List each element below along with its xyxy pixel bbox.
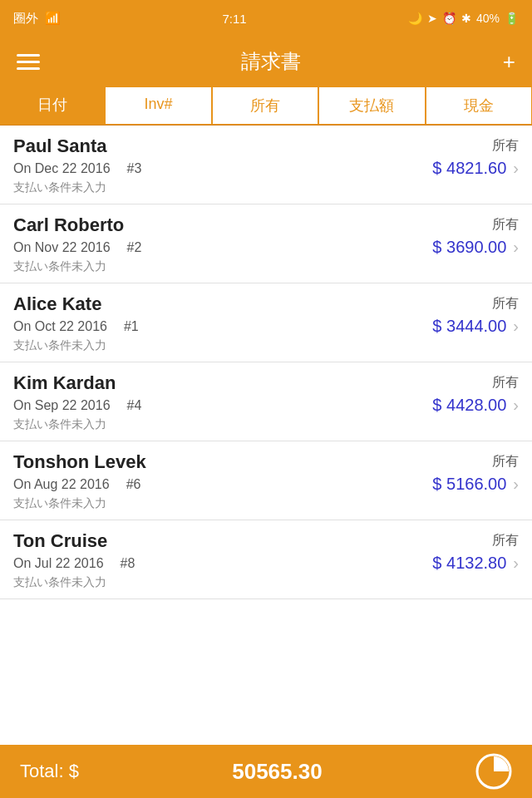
chevron-right-icon: › [513, 317, 519, 336]
item-mid-row: On Dec 22 2016 #3 $ 4821.60 › [13, 159, 519, 178]
item-date: On Aug 22 2016 [13, 477, 110, 492]
item-date-inv: On Sep 22 2016 #4 [13, 398, 141, 413]
status-left: 圈外 📶 [13, 11, 61, 27]
carrier-text: 圈外 [13, 11, 38, 27]
item-amount: $ 5166.00 [432, 475, 506, 494]
footer: Total: $ 50565.30 [0, 745, 532, 798]
moon-icon: 🌙 [408, 12, 422, 25]
battery-text: 40% [476, 12, 500, 25]
item-date: On Oct 22 2016 [13, 319, 107, 334]
item-top-row: Paul Santa 所有 [13, 135, 519, 157]
item-amount-row: $ 5166.00 › [432, 475, 519, 494]
item-amount-row: $ 3690.00 › [432, 238, 519, 257]
item-inv: #1 [124, 319, 139, 334]
item-top-row: Kim Kardan 所有 [13, 372, 519, 394]
list-item[interactable]: Paul Santa 所有 On Dec 22 2016 #3 $ 4821.6… [0, 126, 532, 204]
item-inv: #3 [127, 161, 142, 176]
item-condition: 支払い条件未入力 [13, 496, 519, 511]
tab-cash[interactable]: 現金 [426, 86, 532, 125]
list-item[interactable]: Ton Cruise 所有 On Jul 22 2016 #8 $ 4132.8… [0, 520, 532, 599]
item-status: 所有 [492, 295, 519, 313]
item-mid-row: On Oct 22 2016 #1 $ 3444.00 › [13, 317, 519, 336]
tab-payment[interactable]: 支払額 [318, 86, 425, 125]
item-status: 所有 [492, 216, 519, 234]
item-name: Paul Santa [13, 135, 106, 157]
item-date-inv: On Aug 22 2016 #6 [13, 477, 140, 492]
item-date-inv: On Jul 22 2016 #8 [13, 556, 135, 571]
item-inv: #8 [121, 556, 135, 571]
add-button[interactable]: + [503, 49, 515, 75]
item-inv: #4 [127, 398, 142, 413]
item-date: On Nov 22 2016 [13, 240, 111, 255]
item-status: 所有 [492, 532, 519, 549]
list-item[interactable]: Kim Kardan 所有 On Sep 22 2016 #4 $ 4428.0… [0, 362, 532, 441]
chevron-right-icon: › [513, 159, 519, 178]
status-time: 7:11 [222, 12, 246, 26]
item-top-row: Carl Roberto 所有 [13, 214, 519, 236]
item-name: Kim Kardan [13, 372, 116, 394]
bluetooth-icon: ✱ [461, 12, 471, 25]
header: 請求書 + [0, 37, 532, 86]
item-top-row: Alice Kate 所有 [13, 293, 519, 315]
chart-icon[interactable] [475, 753, 512, 790]
tab-inv[interactable]: Inv# [105, 86, 211, 125]
menu-button[interactable] [17, 54, 40, 70]
item-inv: #2 [127, 240, 142, 255]
item-condition: 支払い条件未入力 [13, 575, 519, 590]
item-amount-row: $ 4428.00 › [432, 396, 519, 415]
item-name: Tonshon Levek [13, 451, 146, 473]
item-amount: $ 4428.00 [432, 396, 506, 415]
item-status: 所有 [492, 137, 519, 155]
page-title: 請求書 [241, 48, 301, 75]
wifi-icon: 📶 [45, 11, 61, 26]
item-mid-row: On Aug 22 2016 #6 $ 5166.00 › [13, 475, 519, 494]
item-condition: 支払い条件未入力 [13, 259, 519, 274]
chevron-right-icon: › [513, 475, 519, 494]
chevron-right-icon: › [513, 554, 519, 573]
chevron-right-icon: › [513, 238, 519, 257]
item-name: Alice Kate [13, 293, 101, 315]
invoice-list: Paul Santa 所有 On Dec 22 2016 #3 $ 4821.6… [0, 126, 532, 742]
item-amount: $ 4132.80 [432, 554, 506, 573]
item-condition: 支払い条件未入力 [13, 417, 519, 432]
chevron-right-icon: › [513, 396, 519, 415]
item-date: On Dec 22 2016 [13, 161, 111, 176]
item-name: Carl Roberto [13, 214, 124, 236]
item-top-row: Ton Cruise 所有 [13, 530, 519, 552]
item-amount-row: $ 4132.80 › [432, 554, 519, 573]
total-label: Total: $ [20, 761, 79, 782]
item-amount-row: $ 4821.60 › [432, 159, 519, 178]
battery-icon: 🔋 [505, 12, 519, 25]
tab-all[interactable]: 所有 [212, 86, 318, 125]
total-amount: 50565.30 [232, 759, 322, 785]
item-date: On Sep 22 2016 [13, 398, 111, 413]
item-amount: $ 4821.60 [432, 159, 506, 178]
status-right: 🌙 ➤ ⏰ ✱ 40% 🔋 [408, 12, 519, 25]
status-bar: 圈外 📶 7:11 🌙 ➤ ⏰ ✱ 40% 🔋 [0, 0, 532, 37]
list-item[interactable]: Alice Kate 所有 On Oct 22 2016 #1 $ 3444.0… [0, 283, 532, 362]
tab-date[interactable]: 日付 [0, 86, 105, 125]
item-date-inv: On Nov 22 2016 #2 [13, 240, 141, 255]
location-icon: ➤ [427, 12, 437, 25]
item-status: 所有 [492, 374, 519, 392]
item-date: On Jul 22 2016 [13, 556, 104, 571]
item-mid-row: On Jul 22 2016 #8 $ 4132.80 › [13, 554, 519, 573]
item-condition: 支払い条件未入力 [13, 180, 519, 195]
item-name: Ton Cruise [13, 530, 107, 552]
item-amount-row: $ 3444.00 › [432, 317, 519, 336]
item-top-row: Tonshon Levek 所有 [13, 451, 519, 473]
item-amount: $ 3444.00 [432, 317, 506, 336]
item-mid-row: On Sep 22 2016 #4 $ 4428.00 › [13, 396, 519, 415]
list-item[interactable]: Tonshon Levek 所有 On Aug 22 2016 #6 $ 516… [0, 441, 532, 520]
item-inv: #6 [126, 477, 141, 492]
item-mid-row: On Nov 22 2016 #2 $ 3690.00 › [13, 238, 519, 257]
list-item[interactable]: Carl Roberto 所有 On Nov 22 2016 #2 $ 3690… [0, 204, 532, 283]
item-date-inv: On Dec 22 2016 #3 [13, 161, 141, 176]
item-date-inv: On Oct 22 2016 #1 [13, 319, 139, 334]
tab-bar: 日付 Inv# 所有 支払額 現金 [0, 86, 532, 126]
alarm-icon: ⏰ [442, 12, 456, 25]
item-amount: $ 3690.00 [432, 238, 506, 257]
item-condition: 支払い条件未入力 [13, 338, 519, 353]
item-status: 所有 [492, 453, 519, 470]
